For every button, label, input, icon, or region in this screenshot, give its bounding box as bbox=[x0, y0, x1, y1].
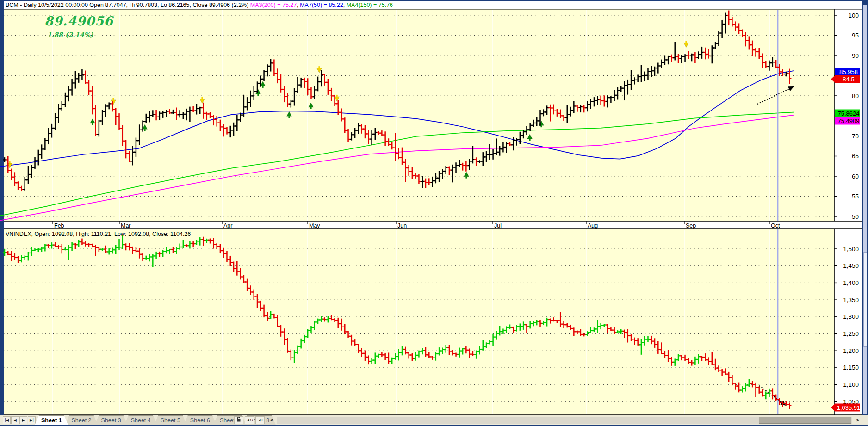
arrange-interval-button[interactable]: ◄I bbox=[255, 416, 265, 424]
crosshair-cursor-line bbox=[777, 229, 778, 414]
last-price-value: 89.49056 bbox=[44, 14, 113, 28]
price-flag-label: 84.5 bbox=[843, 76, 854, 83]
last-sheet-button[interactable]: ▶| bbox=[28, 416, 36, 424]
axis-tick-label: 100 bbox=[848, 12, 859, 19]
price-change-value: 1.88 (2.14%) bbox=[47, 31, 113, 38]
horizontal-scrollbar-track[interactable] bbox=[277, 417, 852, 424]
axis-tick-label: 1,400 bbox=[843, 279, 859, 286]
tab-sheet-4[interactable]: Sheet 4 bbox=[124, 415, 157, 425]
price-flag-label: 1,035.91 bbox=[837, 404, 861, 411]
axis-tick-label: 1,350 bbox=[843, 296, 859, 303]
next-sheet-button[interactable]: ▶ bbox=[19, 416, 27, 424]
price-flag-label: 75.8624 bbox=[838, 110, 860, 117]
month-label: Aug bbox=[588, 222, 598, 229]
first-sheet-button[interactable]: |◀ bbox=[3, 416, 11, 424]
axis-tick-label: 55 bbox=[852, 193, 859, 200]
month-label: Feb bbox=[54, 222, 64, 229]
vertical-scrollbar-track[interactable] bbox=[863, 5, 867, 414]
price-flag: 84.5 bbox=[831, 75, 860, 83]
axis-tick-label: 95 bbox=[852, 32, 859, 39]
axis-tick-label: 70 bbox=[852, 133, 859, 140]
price-flag-label: 75.4909 bbox=[838, 117, 860, 124]
horizontal-scrollbar-thumb[interactable] bbox=[759, 417, 851, 424]
price-flag-label: 85.958 bbox=[839, 68, 858, 75]
axis-tick-label: 1,100 bbox=[843, 381, 859, 388]
hscroll-left-arrow[interactable]: < bbox=[267, 417, 276, 424]
axis-tick-label: 1,250 bbox=[843, 330, 859, 337]
axis-tick-label: 50 bbox=[852, 213, 859, 220]
lock-icon bbox=[236, 417, 242, 422]
month-label: Jun bbox=[397, 222, 407, 229]
month-label: Apr bbox=[223, 222, 232, 229]
axis-tick-label: 1,500 bbox=[843, 246, 859, 253]
axis-tick-label: 60 bbox=[852, 173, 859, 180]
month-label: Jul bbox=[494, 222, 502, 229]
last-price-overlay: 89.49056 1.88 (2.14%) bbox=[44, 14, 113, 38]
price-flag: 1,035.91 bbox=[831, 404, 860, 412]
axis-tick-label: 1,450 bbox=[843, 262, 859, 269]
vnindex-title: VNINDEX, Open: 1092.08, High: 1110.21, L… bbox=[6, 231, 191, 237]
month-label: Oct bbox=[771, 222, 780, 229]
chart-plot-area[interactable] bbox=[4, 9, 834, 221]
charting-app-window: BCM - Daily 10/5/2022 00:00:00 Open 87.7… bbox=[0, 0, 868, 426]
price-flag: 85.958 bbox=[835, 68, 860, 76]
sheet-tab-bar: |◀◀▶▶| Sheet 1Sheet 2Sheet 3Sheet 4Sheet… bbox=[0, 415, 868, 425]
month-label: May bbox=[309, 222, 320, 229]
month-label: Sep bbox=[686, 222, 696, 229]
axis-tick-label: 90 bbox=[852, 52, 859, 59]
chart-plot-area[interactable] bbox=[4, 229, 834, 415]
date-axis-strip bbox=[4, 221, 862, 229]
chart-canvas[interactable]: FebMarAprMayJunJulAugSepOct1009590858075… bbox=[0, 0, 868, 426]
tab-sheet-6[interactable]: Sheet 6 bbox=[184, 415, 217, 425]
axis-tick-label: 1,150 bbox=[843, 364, 859, 371]
prev-sheet-button[interactable]: ◀ bbox=[11, 416, 19, 424]
tab-sheet-1[interactable]: Sheet 1 bbox=[35, 415, 68, 425]
price-flag: 75.4909 bbox=[835, 117, 860, 125]
axis-tick-label: 1,300 bbox=[843, 313, 859, 320]
vertical-scrollbar-thumb[interactable] bbox=[863, 252, 867, 347]
tab-sheet-3[interactable]: Sheet 3 bbox=[95, 415, 128, 425]
axis-tick-label: 80 bbox=[852, 93, 859, 99]
crosshair-cursor-line bbox=[777, 10, 778, 221]
month-label: Mar bbox=[121, 222, 131, 229]
axis-tick-label: 1,200 bbox=[843, 347, 859, 354]
hscroll-right-arrow[interactable]: > bbox=[854, 417, 862, 424]
tab-sheet-5[interactable]: Sheet 5 bbox=[154, 415, 187, 425]
tab-sheet-2[interactable]: Sheet 2 bbox=[65, 415, 98, 425]
price-flag: 75.8624 bbox=[835, 110, 860, 117]
axis-tick-label: 65 bbox=[852, 153, 859, 160]
lock-sheets-button[interactable] bbox=[234, 416, 243, 424]
arrange-symbol-button[interactable]: ◄S bbox=[245, 416, 254, 424]
